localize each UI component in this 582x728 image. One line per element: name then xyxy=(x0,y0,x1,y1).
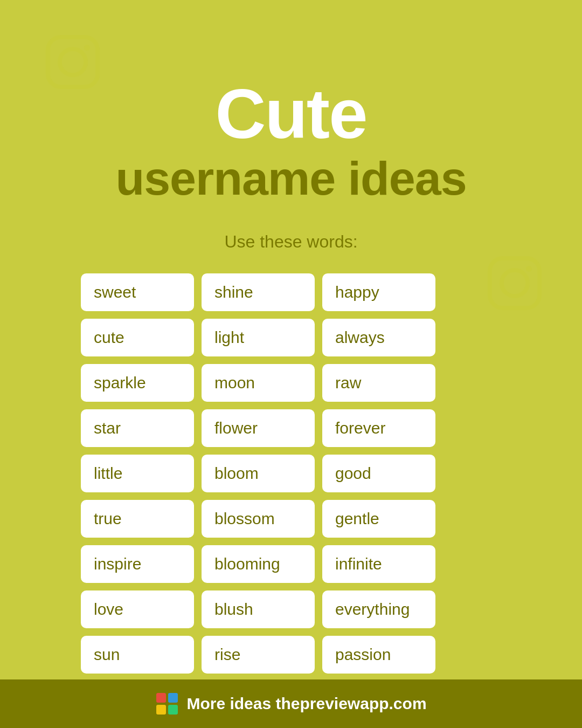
words-grid: sweet shine happy cute light always spar… xyxy=(81,273,501,674)
word-blush: blush xyxy=(202,590,315,628)
word-sweet: sweet xyxy=(81,273,194,311)
word-moon: moon xyxy=(202,364,315,402)
word-inspire: inspire xyxy=(81,545,194,583)
word-light: light xyxy=(202,319,315,356)
svg-rect-8 xyxy=(156,705,166,715)
svg-rect-9 xyxy=(168,705,178,715)
word-forever: forever xyxy=(322,409,435,447)
word-love: love xyxy=(81,590,194,628)
footer: More ideas thepreviewapp.com xyxy=(0,679,582,728)
word-flower: flower xyxy=(202,409,315,447)
word-infinite: infinite xyxy=(322,545,435,583)
word-shine: shine xyxy=(202,273,315,311)
svg-rect-7 xyxy=(168,693,178,703)
word-always: always xyxy=(322,319,435,356)
word-happy: happy xyxy=(322,273,435,311)
svg-point-1 xyxy=(60,49,86,75)
title-section: Cute username ideas xyxy=(115,75,466,205)
word-bloom: bloom xyxy=(202,455,315,492)
svg-point-5 xyxy=(526,266,532,272)
word-everything: everything xyxy=(322,590,435,628)
word-blossom: blossom xyxy=(202,500,315,538)
word-blooming: blooming xyxy=(202,545,315,583)
word-little: little xyxy=(81,455,194,492)
word-passion: passion xyxy=(322,636,435,674)
svg-point-2 xyxy=(84,45,90,51)
instagram-icon-bottomright xyxy=(485,253,544,313)
word-sparkle: sparkle xyxy=(81,364,194,402)
svg-rect-6 xyxy=(156,693,166,703)
word-raw: raw xyxy=(322,364,435,402)
svg-rect-0 xyxy=(48,37,98,87)
word-rise: rise xyxy=(202,636,315,674)
title-cute: Cute xyxy=(115,75,466,153)
preview-app-logo xyxy=(155,692,179,716)
word-star: star xyxy=(81,409,194,447)
svg-rect-3 xyxy=(490,258,539,308)
instagram-icon-topleft xyxy=(43,32,102,92)
word-cute: cute xyxy=(81,319,194,356)
title-username-ideas: username ideas xyxy=(115,153,466,205)
page-container: Cute username ideas Use these words: swe… xyxy=(0,0,582,728)
word-good: good xyxy=(322,455,435,492)
svg-point-4 xyxy=(502,270,528,296)
subtitle: Use these words: xyxy=(224,232,357,252)
footer-text: More ideas thepreviewapp.com xyxy=(186,695,426,713)
word-true: true xyxy=(81,500,194,538)
word-sun: sun xyxy=(81,636,194,674)
word-gentle: gentle xyxy=(322,500,435,538)
